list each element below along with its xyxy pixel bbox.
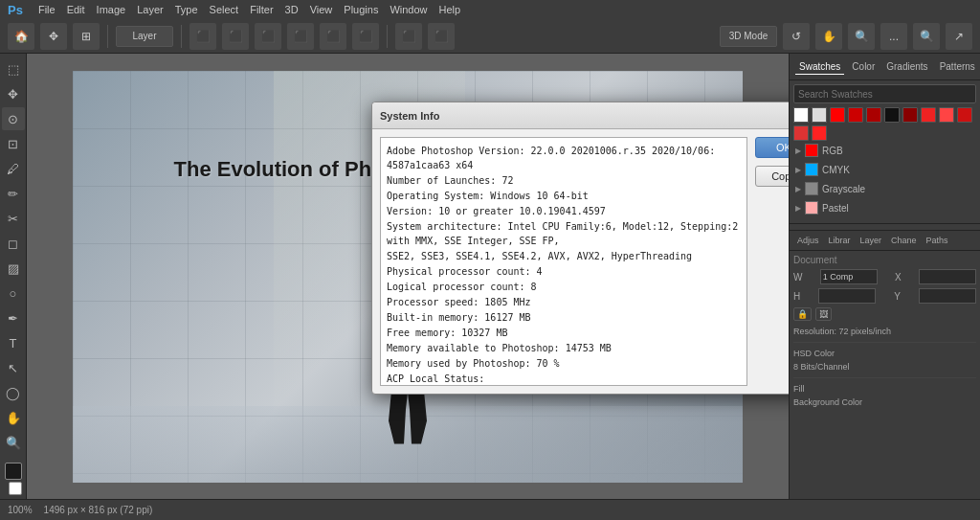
swatch-red4[interactable] bbox=[793, 125, 809, 141]
distribute-btn2[interactable]: ⬛ bbox=[428, 23, 455, 50]
zoom-level: 100% bbox=[8, 505, 33, 515]
align-middle-button[interactable]: ⬛ bbox=[320, 23, 346, 50]
swatch-medred[interactable] bbox=[957, 107, 972, 123]
dialog-copy-button[interactable]: Copy bbox=[755, 166, 789, 187]
share-btn[interactable]: ↗ bbox=[946, 23, 972, 50]
x-input[interactable] bbox=[919, 269, 976, 284]
swatches-search-input[interactable] bbox=[793, 84, 976, 103]
dialog-title-bar[interactable]: System Info × bbox=[372, 102, 789, 129]
text-tool[interactable]: T bbox=[2, 331, 25, 354]
color-group-grayscale[interactable]: ▶ Grayscale bbox=[793, 179, 976, 198]
x-label: X bbox=[895, 272, 902, 283]
menu-file[interactable]: File bbox=[38, 4, 56, 15]
hand-tool[interactable]: ✋ bbox=[2, 406, 25, 429]
prop-row-xy: H Y bbox=[793, 288, 976, 304]
menu-image[interactable]: Image bbox=[97, 4, 126, 15]
dialog-text-content[interactable]: Adobe Photoshop Version: 22.0.0 20201006… bbox=[380, 137, 747, 386]
pen-tool[interactable]: ✒ bbox=[2, 306, 25, 329]
dialog-ok-button[interactable]: OK bbox=[755, 137, 789, 158]
tab-layers[interactable]: Layer bbox=[857, 234, 886, 247]
tab-swatches[interactable]: Swatches bbox=[795, 59, 844, 75]
swatch-brightred[interactable] bbox=[921, 107, 936, 123]
brush-tool[interactable]: ✏ bbox=[2, 182, 25, 205]
menu-window[interactable]: Window bbox=[390, 4, 427, 15]
swatch-red3[interactable] bbox=[866, 107, 881, 123]
lock-width-height-button[interactable]: 🔒 bbox=[793, 307, 812, 321]
distribute-btn[interactable]: ⬛ bbox=[395, 23, 422, 50]
foreground-color[interactable] bbox=[5, 463, 22, 480]
shape-tool[interactable]: ◯ bbox=[2, 381, 25, 404]
align-bottom-button[interactable]: ⬛ bbox=[352, 23, 379, 50]
align-center-button[interactable]: ⬛ bbox=[222, 23, 249, 50]
tab-patterns[interactable]: Patterns bbox=[936, 59, 979, 74]
chevron-rgb: ▶ bbox=[795, 147, 801, 155]
menu-filter[interactable]: Filter bbox=[250, 4, 273, 15]
dialog-buttons: OK Copy bbox=[755, 137, 789, 386]
menu-help[interactable]: Help bbox=[439, 4, 461, 15]
rotate-btn[interactable]: ↺ bbox=[783, 23, 810, 50]
swatch-darkred[interactable] bbox=[902, 107, 918, 123]
bit-depth-text: 8 Bits/Channel bbox=[793, 360, 976, 373]
color-group-cmyk[interactable]: ▶ CMYK bbox=[793, 160, 976, 179]
system-info-dialog: System Info × Adobe Photoshop Version: 2… bbox=[371, 102, 789, 395]
tab-adjustments[interactable]: Adjus bbox=[793, 234, 823, 247]
menu-type[interactable]: Type bbox=[175, 4, 198, 15]
eyedropper-tool[interactable]: 🖊 bbox=[2, 157, 25, 180]
lasso-tool[interactable]: ⊙ bbox=[2, 107, 25, 130]
color-group-pastel[interactable]: ▶ Pastel bbox=[793, 198, 976, 217]
artboard-button[interactable]: ⊞ bbox=[73, 23, 100, 50]
align-left-button[interactable]: ⬛ bbox=[189, 23, 216, 50]
clone-tool[interactable]: ✂ bbox=[2, 207, 25, 230]
swatch-lightred[interactable] bbox=[939, 107, 954, 123]
tab-gradients[interactable]: Gradients bbox=[882, 59, 931, 74]
menu-select[interactable]: Select bbox=[210, 4, 239, 15]
move-tool-button[interactable]: ✥ bbox=[40, 23, 67, 50]
rgb-label: RGB bbox=[822, 146, 843, 156]
zoom-tool[interactable]: 🔍 bbox=[2, 431, 25, 454]
3d-mode-dropdown[interactable]: 3D Mode bbox=[720, 26, 777, 47]
select-tool[interactable]: ⬚ bbox=[2, 57, 25, 80]
tab-libraries[interactable]: Librar bbox=[825, 234, 855, 247]
floor-reflection bbox=[73, 406, 743, 483]
more-btn[interactable]: ... bbox=[880, 23, 907, 50]
menu-plugins[interactable]: Plugins bbox=[344, 4, 378, 15]
layer-dropdown[interactable]: Layer bbox=[116, 26, 173, 47]
lock-xy-button[interactable]: 🖼 bbox=[815, 307, 832, 321]
tab-channels[interactable]: Chane bbox=[887, 234, 921, 247]
zoom-btn[interactable]: 🔍 bbox=[848, 23, 875, 50]
swatch-dark[interactable] bbox=[884, 107, 900, 123]
panel-separator bbox=[790, 223, 980, 224]
y-input[interactable] bbox=[919, 288, 976, 304]
menu-edit[interactable]: Edit bbox=[67, 4, 85, 15]
swatch-red2[interactable] bbox=[848, 107, 863, 123]
ps-logo: Ps bbox=[8, 3, 23, 17]
swatch-light-gray[interactable] bbox=[812, 107, 827, 123]
home-button[interactable]: 🏠 bbox=[8, 23, 34, 50]
path-selection[interactable]: ↖ bbox=[2, 356, 25, 379]
height-input[interactable] bbox=[818, 288, 876, 304]
gradient-tool[interactable]: ▨ bbox=[2, 257, 25, 280]
color-group-rgb[interactable]: ▶ RGB bbox=[793, 141, 976, 160]
menu-3d[interactable]: 3D bbox=[285, 4, 299, 15]
chevron-grayscale: ▶ bbox=[795, 185, 801, 193]
crop-tool[interactable]: ⊡ bbox=[2, 132, 25, 155]
y-label: Y bbox=[894, 291, 901, 302]
align-right-button[interactable]: ⬛ bbox=[255, 23, 281, 50]
eraser-tool[interactable]: ◻ bbox=[2, 232, 25, 255]
background-color[interactable] bbox=[9, 482, 22, 495]
dodge-tool[interactable]: ○ bbox=[2, 282, 25, 305]
width-input[interactable] bbox=[820, 269, 878, 284]
props-separator bbox=[793, 342, 976, 343]
swatch-white[interactable] bbox=[793, 107, 809, 123]
tab-color[interactable]: Color bbox=[848, 59, 879, 74]
swatch-red1[interactable] bbox=[830, 107, 845, 123]
pan-btn[interactable]: ✋ bbox=[815, 23, 842, 50]
menu-layer[interactable]: Layer bbox=[137, 4, 164, 15]
align-top-button[interactable]: ⬛ bbox=[287, 23, 314, 50]
toolbar-top: 🏠 ✥ ⊞ Layer ⬛ ⬛ ⬛ ⬛ ⬛ ⬛ ⬛ ⬛ 3D Mode ↺ ✋ … bbox=[0, 19, 980, 54]
move-tool[interactable]: ✥ bbox=[2, 82, 25, 105]
search-btn[interactable]: 🔍 bbox=[913, 23, 940, 50]
swatch-red5[interactable] bbox=[812, 125, 827, 141]
menu-view[interactable]: View bbox=[310, 4, 333, 15]
tab-paths[interactable]: Paths bbox=[923, 234, 952, 247]
